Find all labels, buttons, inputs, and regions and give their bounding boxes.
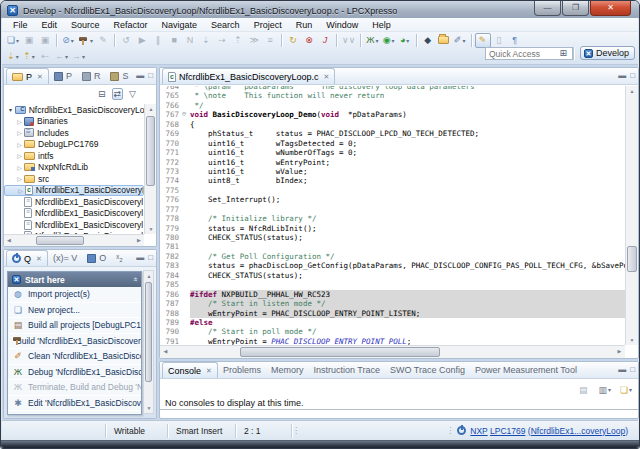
menu-window[interactable]: Window [319,19,365,31]
menu-edit[interactable]: Edit [35,19,65,31]
code-line-781[interactable]: 781 [160,242,625,251]
tree-item-nxpnfcrdlib[interactable]: ▷NxpNfcRdLib [4,162,144,174]
save-all-button[interactable]: ▣ [37,33,53,48]
minimize-view-icon[interactable]: ▬ [618,365,626,374]
tree-item-nfcrdlibex1_basicd[interactable]: ▾NfcrdlibEx1_BasicDiscoveryLoo [4,104,144,116]
expanded-arrow-icon[interactable]: ▾ [6,106,15,113]
dropdown-arrow-icon[interactable]: ▾ [65,53,68,60]
code-line-788[interactable]: 788 wEntryPoint = PHAC_DISCLOOP_ENTRY_PO… [160,309,625,318]
code-line-766[interactable]: 766 */ [160,101,625,110]
scroll-right-icon[interactable]: ▶ [134,235,144,245]
code-line-775[interactable]: 775 [160,186,625,195]
block-selection-button[interactable]: ▯ [491,33,507,48]
tree-item-nfcrdlibex1_basicd[interactable]: NfcrdlibEx1_BasicDiscoveryl [4,208,144,220]
code-line-779[interactable]: 779 status = NfcRdLibInit(); [160,224,625,233]
code-line-768[interactable]: 768{ [160,120,625,129]
tab-outline[interactable]: O [82,250,111,266]
tree-item-debuglpc1769[interactable]: ▷DebugLPC1769 [4,139,144,151]
code-line-769[interactable]: 769 phStatus_t status = PHAC_DISCLOOP_LP… [160,129,625,138]
menu-refactor[interactable]: Refactor [107,19,155,31]
maximize-view-icon[interactable]: □ [630,365,635,374]
scroll-down-icon[interactable]: ▼ [145,224,157,234]
tree-item-binaries[interactable]: ▷Binaries [4,116,144,128]
quickstart-terminate-build-debug[interactable]: ЖTerminate, Build and Debug 'Nfcr [8,380,141,396]
quickstart-import-projects[interactable]: ◍Import project(s) [8,287,141,303]
dropdown-arrow-icon[interactable]: ▾ [16,53,19,60]
previous-annotation-button[interactable]: ⇡▾ [21,49,37,64]
dropdown-arrow-icon[interactable]: ▾ [392,37,395,44]
explorer-hscrollbar[interactable]: ◀ ▶ [4,234,144,246]
code-line-777[interactable]: 777 [160,205,625,214]
collapse-chevron-icon[interactable]: « [130,277,139,281]
scroll-down-icon[interactable]: ▼ [144,403,154,413]
code-line-787[interactable]: 787 /* Start in listen mode */ [160,299,625,308]
dropdown-arrow-icon[interactable]: ▾ [406,37,409,44]
link-with-editor-icon[interactable]: ⇄ [112,88,124,100]
tab-project-explorer[interactable]: P✕ [6,68,49,84]
code-line-778[interactable]: 778 /* Initialize library */ [160,214,625,223]
step-into-button[interactable]: ⇣ [198,33,214,48]
open-perspective-icon[interactable]: ⊞ [559,48,567,58]
tab-variables[interactable]: (x)= V [48,250,82,266]
minimize-view-icon[interactable]: ▬ [136,71,144,80]
collapsed-arrow-icon[interactable]: ▷ [15,129,24,136]
status-link-1[interactable]: LPC1769 [490,426,525,436]
minimize-view-icon[interactable]: ▬ [136,253,144,262]
minimize-view-icon[interactable]: ▬ [618,71,626,80]
menu-source[interactable]: Source [64,19,107,31]
maximize-button[interactable]: ❐ [562,1,589,16]
debug-button[interactable]: Ж▾ [364,33,380,48]
quickstart-new-project[interactable]: ❏New project... [8,303,141,319]
quickstart-build-all[interactable]: ▤Build all projects [DebugLPC1769] [8,318,141,334]
menu-run[interactable]: Run [289,19,320,31]
code-line-767[interactable]: 767⊖void BasicDiscoveryLoop_Demo(void *p… [160,110,625,119]
code-line-772[interactable]: 772 uint16_t wEntryPoint; [160,158,625,167]
build-button[interactable]: ▾ [76,33,95,48]
resume-button[interactable]: ▶ [134,33,150,48]
instruction-stepping-button[interactable]: ≡ [262,33,278,48]
boot-mcu-button[interactable]: J [317,33,333,48]
dropdown-arrow-icon[interactable]: ▾ [82,53,85,60]
menu-project[interactable]: Project [247,19,289,31]
menu-file[interactable]: File [6,19,35,31]
next-annotation-button[interactable]: ⇣▾ [5,49,21,64]
scroll-thumb[interactable] [146,116,155,186]
scroll-up-icon[interactable]: ▲ [626,86,638,96]
tab-quickstart[interactable]: Q✕ [6,250,48,266]
tab-peripherals[interactable]: P [49,68,77,84]
run-button[interactable]: ◉▾ [381,33,397,48]
quickstart-vscrollbar[interactable]: ▲ ▼ [143,270,154,414]
code-line-790[interactable]: 790 /* Start in poll mode */ [160,327,625,336]
run-to-line-button[interactable]: ≫ [246,33,262,48]
refresh-button[interactable]: ↻ [285,33,301,48]
new-wizard-button[interactable]: ❏▾ [5,33,21,48]
last-edit-location-button[interactable]: ⇠ [37,49,53,64]
close-tab-icon[interactable]: ✕ [324,73,330,81]
forward-button[interactable]: →▾ [70,49,87,64]
code-line-782[interactable]: 782 /* Get Poll Configuration */ [160,252,625,261]
profile-button[interactable]: ◕▾ [397,33,413,48]
close-tab-icon[interactable]: ✕ [206,367,212,375]
tab-symbol-viewer[interactable]: S [105,68,133,84]
quickstart-clean[interactable]: ✐Clean 'NfcrdlibEx1_BasicDiscovery [8,349,141,365]
dropdown-arrow-icon[interactable]: ▾ [32,53,35,60]
tree-item-intfs[interactable]: ▷intfs [4,150,144,162]
dropdown-arrow-icon[interactable]: ▾ [608,386,611,393]
tab-console[interactable]: Console✕ [162,362,218,378]
editor-tab[interactable]: NfcrdlibEx1_BasicDiscoveryLoop.c ✕ [162,68,335,84]
scroll-left-icon[interactable]: ◀ [4,235,14,245]
collapse-all-icon[interactable]: ⊟ [96,88,108,100]
tab-registers[interactable]: R [77,68,106,84]
open-console-button[interactable]: ❏▾ [618,382,634,397]
tree-item-nfcrdlibex1_basicd[interactable]: NfcrdlibEx1_BasicDiscoveryl [4,196,144,208]
code-line-789[interactable]: 789#else [160,318,625,327]
status-link-0[interactable]: NXP [470,426,487,436]
dropdown-arrow-icon[interactable]: ▾ [462,37,465,44]
terminate-button[interactable]: ■ [166,33,182,48]
collapsed-arrow-icon[interactable]: ▷ [15,175,24,182]
develop-perspective-button[interactable]: ✕ Develop [580,46,635,60]
step-over-button[interactable]: ⇢ [214,33,230,48]
dropdown-arrow-icon[interactable]: ▾ [71,37,74,44]
show-whitespace-button[interactable]: ¶ [507,33,523,48]
view-menu-icon[interactable]: ▽ [127,88,138,100]
